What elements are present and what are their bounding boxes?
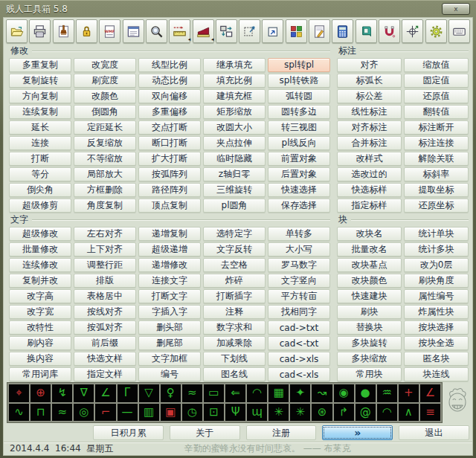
cmd-button[interactable]: 按弧阵列 (138, 167, 201, 181)
cmd-button[interactable]: 双向偏移 (138, 89, 201, 103)
cmd-button[interactable]: 对齐标注 (337, 120, 402, 135)
cmd-button[interactable]: 圆转多边 (268, 105, 330, 119)
calculator-button[interactable] (332, 19, 353, 43)
cmd-button[interactable]: 翻转值 (404, 105, 469, 119)
preview-clock[interactable]: ◷ (182, 404, 202, 422)
cmd-button[interactable]: 块连线 (404, 367, 469, 381)
cmd-button[interactable]: 前后缀 (74, 336, 136, 350)
cmd-button[interactable]: 改宽度 (74, 58, 136, 72)
cmd-button[interactable]: 打断 (9, 152, 71, 166)
cmd-button[interactable]: 大小写 (268, 242, 330, 257)
cmd-button[interactable]: 局部放大 (74, 167, 136, 181)
cmd-button[interactable]: 继承填充 (203, 58, 266, 72)
cmd-button[interactable]: 夹点拉伸 (203, 136, 266, 150)
preview-slope-hatch[interactable]: ∠ (95, 384, 115, 402)
cmd-button[interactable]: 临时隐藏 (203, 152, 266, 166)
cmd-button[interactable]: 多块旋转 (337, 336, 402, 350)
cmd-button[interactable]: 改字高 (9, 289, 71, 303)
preview-gear-b[interactable]: ✳ (290, 404, 310, 422)
cmd-button[interactable]: 复制旋转 (9, 74, 71, 88)
cmd-button[interactable]: 编号 (138, 367, 201, 381)
preview-spring[interactable]: ▥ (139, 404, 159, 422)
preview-target-cross[interactable]: ⌖ (9, 384, 29, 402)
cmd-button[interactable]: 不等缩放 (74, 152, 136, 166)
cmd-button[interactable]: 选特定字 (203, 227, 266, 241)
cmd-button[interactable]: 方框删除 (74, 183, 136, 197)
cmd-button[interactable]: 数字求和 (203, 320, 266, 335)
cmd-button[interactable]: cad<-txt (268, 336, 330, 350)
cmd-button[interactable]: 顶点复制 (138, 199, 201, 213)
cmd-button[interactable]: 刷块 (337, 305, 402, 319)
cmd-button[interactable]: 线型比例 (138, 58, 201, 72)
cmd-button[interactable]: 改特性 (9, 320, 71, 335)
cmd-button[interactable]: 交点打断 (138, 120, 201, 135)
cmd-button[interactable]: 快速建块 (337, 289, 402, 303)
preview-xxx-triangle[interactable]: ∇ (74, 384, 94, 402)
cmd-button[interactable]: 方向复制 (9, 89, 71, 103)
cmd-button[interactable]: 注释 (203, 305, 266, 319)
edit-document-button[interactable] (309, 19, 330, 43)
cmd-button[interactable]: 线性标注 (337, 105, 402, 119)
cmd-button[interactable]: 扩大打断 (138, 152, 201, 166)
cmd-button[interactable]: 改块基点 (337, 258, 402, 272)
preview-red-cross[interactable]: + (399, 384, 419, 402)
cmd-button[interactable]: 改块名 (337, 227, 402, 241)
cmd-button[interactable]: 刷块角度 (404, 274, 469, 288)
lock-button[interactable] (76, 19, 97, 43)
cmd-button[interactable]: 按块选择 (404, 320, 469, 335)
cmd-button[interactable]: 倒尖角 (9, 183, 71, 197)
open-file-button[interactable] (6, 19, 28, 43)
cmd-button[interactable]: 字插入字 (138, 305, 201, 319)
cmd-button[interactable]: 下划线 (203, 352, 266, 366)
cmd-button[interactable]: 文字加框 (138, 352, 201, 366)
preview-sine-wave[interactable]: ∿ (9, 404, 29, 422)
cmd-button[interactable]: 上下对齐 (74, 242, 136, 257)
cmd-button[interactable]: 删头部 (138, 320, 201, 335)
cmd-button[interactable]: 图名线 (203, 367, 266, 381)
cmd-button[interactable]: 平方转亩 (268, 289, 330, 303)
cmd-button[interactable]: 填充比例 (203, 74, 266, 88)
cmd-button[interactable]: 打断文字 (138, 289, 201, 303)
cmd-button[interactable]: 指定标样 (337, 199, 402, 213)
preview-four-point-star[interactable]: ✦ (290, 384, 310, 402)
cmd-button[interactable]: cad->xls (268, 352, 330, 366)
cmd-button[interactable]: 矩形缩放 (203, 105, 266, 119)
cmd-button[interactable]: 连接 (9, 136, 71, 150)
cmd-button[interactable]: 统计多块 (404, 242, 469, 257)
preview-dot[interactable]: ● (356, 384, 376, 402)
preview-coil[interactable]: ♒ (377, 384, 397, 402)
cmd-button[interactable]: 断口打断 (138, 136, 201, 150)
cmd-button[interactable]: 文字竖向 (268, 274, 330, 288)
preview-concentric-circles[interactable]: ◎ (74, 404, 94, 422)
wmf-export-button[interactable]: WMF (99, 19, 120, 43)
preview-weld-symbol[interactable]: ⌐ (95, 404, 115, 422)
select-filter-button[interactable] (239, 19, 260, 43)
preview-dot-box[interactable]: ⊡ (204, 404, 224, 422)
cmd-button[interactable]: 解除关联 (404, 152, 469, 166)
cmd-button[interactable]: 延长 (9, 120, 71, 135)
cmd-button[interactable]: 路径阵列 (138, 183, 201, 197)
preview-red-square[interactable]: ▣ (161, 404, 181, 422)
cmd-button[interactable]: 角度复制 (74, 199, 136, 213)
cmd-button[interactable]: 连接文字 (138, 274, 201, 288)
cmd-button[interactable]: 固定值 (404, 74, 469, 88)
purge-button[interactable] (53, 19, 74, 43)
preview-double-lines[interactable]: ≡ (420, 404, 440, 422)
cmd-button[interactable]: 递增复制 (138, 227, 201, 241)
preview-gauge-needle[interactable]: ◉ (334, 384, 354, 402)
cmd-button[interactable]: 刷内容 (9, 336, 71, 350)
cmd-button[interactable]: spl转铁路 (268, 74, 330, 88)
cmd-button[interactable]: 保存选择 (268, 199, 330, 213)
preview-arc-gauge[interactable]: ◠ (377, 404, 397, 422)
cmd-button[interactable]: 弧转圆 (268, 89, 330, 103)
preview-lightning[interactable]: ↯ (52, 384, 72, 402)
cmd-button[interactable]: 快选文样 (74, 352, 136, 366)
preview-angle-lines[interactable]: ∠ (420, 384, 440, 402)
bottom-button[interactable]: 退出 (399, 425, 469, 440)
preview-survey-point[interactable]: ♀ (161, 384, 181, 402)
measure-button[interactable]: ◂ (169, 19, 190, 43)
cmd-button[interactable]: 按线对齐 (74, 305, 136, 319)
preview-callout-bubble[interactable]: ▭ (204, 384, 224, 402)
cmd-button[interactable]: 多块缩放 (337, 352, 402, 366)
cmd-button[interactable]: 反复缩放 (74, 136, 136, 150)
